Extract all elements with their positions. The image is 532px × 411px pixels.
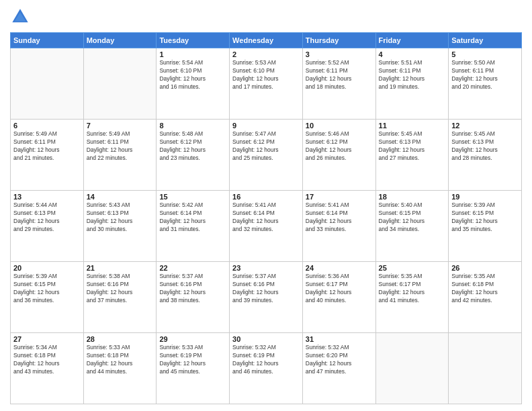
- week-row-4: 20Sunrise: 5:39 AM Sunset: 6:15 PM Dayli…: [11, 262, 522, 333]
- day-number: 10: [306, 122, 373, 130]
- calendar-cell: 6Sunrise: 5:49 AM Sunset: 6:11 PM Daylig…: [11, 120, 84, 191]
- cell-info: Sunrise: 5:52 AM Sunset: 6:11 PM Dayligh…: [306, 59, 373, 91]
- calendar-cell: 9Sunrise: 5:47 AM Sunset: 6:12 PM Daylig…: [230, 120, 303, 191]
- day-number: 30: [232, 335, 300, 343]
- day-number: 18: [379, 193, 446, 201]
- weekday-header-monday: Monday: [83, 33, 157, 48]
- calendar-cell: 17Sunrise: 5:41 AM Sunset: 6:14 PM Dayli…: [302, 191, 375, 262]
- day-number: 17: [306, 193, 373, 201]
- weekday-header-row: SundayMondayTuesdayWednesdayThursdayFrid…: [11, 33, 522, 48]
- day-number: 5: [451, 50, 519, 58]
- day-number: 9: [232, 122, 300, 130]
- cell-info: Sunrise: 5:48 AM Sunset: 6:12 PM Dayligh…: [159, 130, 226, 163]
- day-number: 6: [13, 122, 81, 130]
- day-number: 8: [159, 122, 226, 130]
- week-row-1: 1Sunrise: 5:54 AM Sunset: 6:10 PM Daylig…: [11, 48, 522, 120]
- cell-info: Sunrise: 5:32 AM Sunset: 6:20 PM Dayligh…: [306, 344, 373, 376]
- cell-info: Sunrise: 5:54 AM Sunset: 6:10 PM Dayligh…: [159, 59, 226, 91]
- cell-info: Sunrise: 5:46 AM Sunset: 6:12 PM Dayligh…: [306, 130, 373, 163]
- cell-info: Sunrise: 5:45 AM Sunset: 6:13 PM Dayligh…: [451, 130, 519, 163]
- calendar-cell: [449, 333, 522, 404]
- day-number: 4: [379, 50, 446, 58]
- day-number: 21: [87, 264, 154, 272]
- calendar-cell: 30Sunrise: 5:32 AM Sunset: 6:19 PM Dayli…: [230, 333, 303, 404]
- day-number: 20: [13, 264, 81, 272]
- day-number: 26: [451, 264, 519, 272]
- day-number: 14: [87, 193, 154, 201]
- week-row-5: 27Sunrise: 5:34 AM Sunset: 6:18 PM Dayli…: [11, 333, 522, 404]
- calendar-cell: 19Sunrise: 5:39 AM Sunset: 6:15 PM Dayli…: [449, 191, 522, 262]
- cell-info: Sunrise: 5:35 AM Sunset: 6:17 PM Dayligh…: [379, 273, 446, 305]
- weekday-header-sunday: Sunday: [11, 33, 84, 48]
- day-number: 24: [306, 264, 373, 272]
- cell-info: Sunrise: 5:40 AM Sunset: 6:15 PM Dayligh…: [379, 201, 446, 234]
- calendar-cell: 15Sunrise: 5:42 AM Sunset: 6:14 PM Dayli…: [157, 191, 230, 262]
- cell-info: Sunrise: 5:33 AM Sunset: 6:19 PM Dayligh…: [159, 344, 226, 376]
- day-number: 7: [87, 122, 154, 130]
- cell-info: Sunrise: 5:41 AM Sunset: 6:14 PM Dayligh…: [306, 201, 373, 234]
- cell-info: Sunrise: 5:51 AM Sunset: 6:11 PM Dayligh…: [379, 59, 446, 91]
- cell-info: Sunrise: 5:38 AM Sunset: 6:16 PM Dayligh…: [87, 273, 154, 305]
- calendar-cell: 20Sunrise: 5:39 AM Sunset: 6:15 PM Dayli…: [11, 262, 84, 333]
- calendar-cell: 24Sunrise: 5:36 AM Sunset: 6:17 PM Dayli…: [302, 262, 375, 333]
- cell-info: Sunrise: 5:44 AM Sunset: 6:13 PM Dayligh…: [13, 201, 81, 234]
- day-number: 1: [159, 50, 226, 58]
- calendar-cell: 13Sunrise: 5:44 AM Sunset: 6:13 PM Dayli…: [11, 191, 84, 262]
- weekday-header-saturday: Saturday: [449, 33, 522, 48]
- calendar-cell: 1Sunrise: 5:54 AM Sunset: 6:10 PM Daylig…: [157, 48, 230, 120]
- day-number: 16: [232, 193, 300, 201]
- weekday-header-friday: Friday: [375, 33, 449, 48]
- calendar-cell: 14Sunrise: 5:43 AM Sunset: 6:13 PM Dayli…: [83, 191, 157, 262]
- cell-info: Sunrise: 5:34 AM Sunset: 6:18 PM Dayligh…: [13, 344, 81, 376]
- calendar-cell: 8Sunrise: 5:48 AM Sunset: 6:12 PM Daylig…: [157, 120, 230, 191]
- cell-info: Sunrise: 5:43 AM Sunset: 6:13 PM Dayligh…: [87, 201, 154, 234]
- day-number: 2: [232, 50, 300, 58]
- calendar-cell: 11Sunrise: 5:45 AM Sunset: 6:13 PM Dayli…: [375, 120, 449, 191]
- day-number: 28: [87, 335, 154, 343]
- calendar-cell: 31Sunrise: 5:32 AM Sunset: 6:20 PM Dayli…: [302, 333, 375, 404]
- day-number: 31: [306, 335, 373, 343]
- day-number: 11: [379, 122, 446, 130]
- cell-info: Sunrise: 5:36 AM Sunset: 6:17 PM Dayligh…: [306, 273, 373, 305]
- cell-info: Sunrise: 5:39 AM Sunset: 6:15 PM Dayligh…: [13, 273, 81, 305]
- cell-info: Sunrise: 5:35 AM Sunset: 6:18 PM Dayligh…: [451, 273, 519, 305]
- calendar-cell: 29Sunrise: 5:33 AM Sunset: 6:19 PM Dayli…: [157, 333, 230, 404]
- cell-info: Sunrise: 5:33 AM Sunset: 6:18 PM Dayligh…: [87, 344, 154, 376]
- calendar-cell: [375, 333, 449, 404]
- cell-info: Sunrise: 5:41 AM Sunset: 6:14 PM Dayligh…: [232, 201, 300, 234]
- day-number: 29: [159, 335, 226, 343]
- weekday-header-thursday: Thursday: [302, 33, 375, 48]
- cell-info: Sunrise: 5:45 AM Sunset: 6:13 PM Dayligh…: [379, 130, 446, 163]
- calendar-cell: [11, 48, 84, 120]
- calendar-cell: 23Sunrise: 5:37 AM Sunset: 6:16 PM Dayli…: [230, 262, 303, 333]
- day-number: 22: [159, 264, 226, 272]
- calendar-cell: 12Sunrise: 5:45 AM Sunset: 6:13 PM Dayli…: [449, 120, 522, 191]
- logo-icon: [10, 7, 30, 27]
- day-number: 27: [13, 335, 81, 343]
- week-row-2: 6Sunrise: 5:49 AM Sunset: 6:11 PM Daylig…: [11, 120, 522, 191]
- cell-info: Sunrise: 5:32 AM Sunset: 6:19 PM Dayligh…: [232, 344, 300, 376]
- header: [10, 7, 522, 27]
- calendar-cell: 18Sunrise: 5:40 AM Sunset: 6:15 PM Dayli…: [375, 191, 449, 262]
- calendar-cell: 2Sunrise: 5:53 AM Sunset: 6:10 PM Daylig…: [230, 48, 303, 120]
- day-number: 13: [13, 193, 81, 201]
- cell-info: Sunrise: 5:47 AM Sunset: 6:12 PM Dayligh…: [232, 130, 300, 163]
- calendar-cell: 27Sunrise: 5:34 AM Sunset: 6:18 PM Dayli…: [11, 333, 84, 404]
- day-number: 19: [451, 193, 519, 201]
- calendar-cell: 16Sunrise: 5:41 AM Sunset: 6:14 PM Dayli…: [230, 191, 303, 262]
- cell-info: Sunrise: 5:53 AM Sunset: 6:10 PM Dayligh…: [232, 59, 300, 91]
- calendar-cell: 25Sunrise: 5:35 AM Sunset: 6:17 PM Dayli…: [375, 262, 449, 333]
- logo: [10, 7, 33, 27]
- cell-info: Sunrise: 5:39 AM Sunset: 6:15 PM Dayligh…: [451, 201, 519, 234]
- weekday-header-tuesday: Tuesday: [157, 33, 230, 48]
- calendar-cell: 3Sunrise: 5:52 AM Sunset: 6:11 PM Daylig…: [302, 48, 375, 120]
- week-row-3: 13Sunrise: 5:44 AM Sunset: 6:13 PM Dayli…: [11, 191, 522, 262]
- calendar-cell: 21Sunrise: 5:38 AM Sunset: 6:16 PM Dayli…: [83, 262, 157, 333]
- cell-info: Sunrise: 5:37 AM Sunset: 6:16 PM Dayligh…: [232, 273, 300, 305]
- cell-info: Sunrise: 5:37 AM Sunset: 6:16 PM Dayligh…: [159, 273, 226, 305]
- cell-info: Sunrise: 5:49 AM Sunset: 6:11 PM Dayligh…: [13, 130, 81, 163]
- calendar-cell: [83, 48, 157, 120]
- page: SundayMondayTuesdayWednesdayThursdayFrid…: [0, 0, 532, 411]
- day-number: 25: [379, 264, 446, 272]
- calendar-cell: 5Sunrise: 5:50 AM Sunset: 6:11 PM Daylig…: [449, 48, 522, 120]
